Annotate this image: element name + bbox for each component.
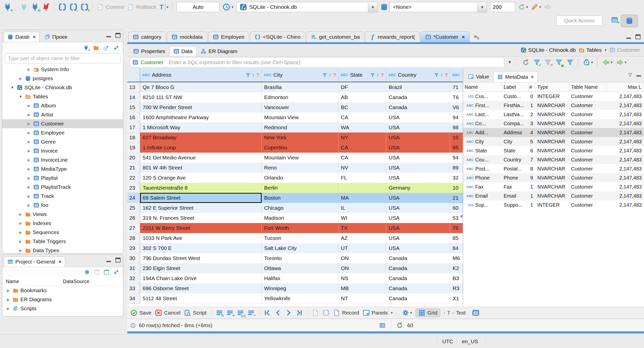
tree-item-genre[interactable]: ▶Genre: [2, 137, 123, 146]
grid-cell-address[interactable]: 8210 111 ST NW: [140, 92, 262, 102]
editor-tab-sqlite-chino[interactable]: <SQLite - Chino: [250, 31, 305, 42]
expand-arrow-icon[interactable]: ▶: [26, 158, 31, 162]
add-row-icon[interactable]: +: [226, 310, 233, 316]
grid-cell-country[interactable]: USA: [386, 243, 450, 253]
grid-cell-country[interactable]: Germany: [386, 183, 450, 193]
rollback-button[interactable]: Rollback: [127, 4, 156, 10]
dbeaver-perspective-button[interactable]: [621, 15, 638, 27]
meta-row-compa[interactable]: ABCCo...Compa...3NVARCHARCustomer2,147,4…: [463, 119, 644, 128]
grid-cell-address[interactable]: 5112 48 Street: [140, 293, 262, 303]
refresh-icon[interactable]: [396, 322, 403, 329]
minimize-icon[interactable]: [106, 36, 111, 37]
grid-cell-extra[interactable]: 84: [450, 243, 463, 253]
grid-cell-country[interactable]: USA: [386, 163, 450, 173]
grid-cell-address[interactable]: 194A Chain Lake Drive: [140, 273, 262, 283]
grid-cell-city[interactable]: Vancouver: [262, 102, 338, 112]
link-with-editor-icon[interactable]: [113, 45, 119, 50]
expand-arrow-icon[interactable]: ▶: [26, 203, 31, 207]
combo-dropdown-button[interactable]: ▼: [478, 2, 487, 12]
grid-cell-extra[interactable]: X1: [450, 293, 463, 303]
expand-arrow-icon[interactable]: ▶: [26, 185, 31, 189]
grid-cell-country[interactable]: USA: [386, 122, 450, 133]
grid-cell-city[interactable]: New York: [262, 133, 338, 143]
grid-cell-state[interactable]: NS: [338, 273, 386, 283]
grid-cell-extra[interactable]: 94: [450, 112, 463, 122]
expand-arrow-icon[interactable]: ▶: [18, 221, 23, 225]
row-number-cell[interactable]: 34: [127, 293, 140, 303]
grid-cell-country[interactable]: Canada: [386, 253, 450, 263]
delete-row-icon[interactable]: −: [248, 310, 255, 316]
breadcrumb-entity[interactable]: Customer: [610, 47, 640, 53]
link-with-editor-icon[interactable]: [113, 270, 119, 275]
grid-cell-city[interactable]: Brasília: [262, 82, 338, 92]
project-item-scripts[interactable]: ▶Scripts: [2, 304, 123, 313]
grid-cell-city[interactable]: Madison: [262, 213, 338, 223]
previous-record-icon[interactable]: [274, 310, 281, 316]
grid-cell-country[interactable]: USA: [386, 143, 450, 153]
sql-editor-button[interactable]: [58, 3, 66, 11]
grid-cell-city[interactable]: Reno: [262, 163, 338, 173]
open-perspective-button[interactable]: +: [609, 15, 620, 25]
meta-column-name[interactable]: Name: [463, 82, 502, 92]
tab-project-general[interactable]: Project - General ×: [4, 256, 65, 267]
commit-button[interactable]: Commit: [97, 4, 124, 10]
grid-cell-city[interactable]: Edmonton: [262, 92, 338, 102]
expand-arrow-icon[interactable]: ▶: [18, 212, 23, 216]
editor-tab-customer[interactable]: *Customer×: [421, 31, 470, 42]
remove-filter-icon[interactable]: ×: [544, 59, 551, 66]
first-record-icon[interactable]: [264, 310, 271, 316]
grid-view-button[interactable]: Grid: [416, 309, 440, 317]
expand-icon[interactable]: [104, 270, 109, 275]
grid-cell-extra[interactable]: V6: [450, 102, 463, 112]
rename-button[interactable]: ▾: [531, 4, 541, 10]
grid-cell-state[interactable]: CA: [338, 112, 386, 122]
editor-tab-employee[interactable]: Employee: [208, 31, 249, 42]
tree-item-customer[interactable]: ▶Customer: [2, 119, 123, 128]
tab-value[interactable]: Value: [464, 71, 493, 82]
grid-cell-city[interactable]: Salt Lake City: [262, 243, 338, 253]
fetch-size-input[interactable]: [490, 2, 515, 12]
duplicate-row-icon[interactable]: (+): [237, 310, 244, 316]
editor-tab-category[interactable]: category: [128, 31, 166, 42]
script-button[interactable]: Script: [184, 310, 207, 316]
auto-refresh-icon[interactable]: ▾: [583, 59, 593, 66]
maximize-icon[interactable]: [635, 34, 640, 39]
column-name[interactable]: Name: [6, 279, 61, 284]
meta-row-address[interactable]: ABCAdd...Address4NVARCHARCustomer2,147,4…: [463, 128, 644, 137]
meta-row-fax[interactable]: ABCFaxFax1NVARCHARCustomer2,147,483: [463, 182, 644, 191]
meta-row-postal[interactable]: ABCPost...Postal...8NVARCHARCustomer2,14…: [463, 164, 644, 173]
grid-cell-state[interactable]: FL: [338, 173, 386, 183]
collapse-icon[interactable]: [94, 270, 99, 275]
grid-cell-city[interactable]: Halifax: [262, 273, 338, 283]
fetch-next-icon[interactable]: ▾: [617, 59, 627, 66]
back-button[interactable]: [544, 4, 551, 10]
grid-cell-country[interactable]: USA: [386, 193, 450, 203]
grid-cell-extra[interactable]: R3: [450, 283, 463, 293]
grid-cell-address[interactable]: 696 Osborne Street: [140, 283, 262, 293]
object-filter-input[interactable]: [5, 53, 120, 63]
sort-icon[interactable]: ↕: [329, 72, 331, 78]
grid-cell-address[interactable]: 1 Infinite Loop: [140, 143, 262, 153]
grid-cell-state[interactable]: NV: [338, 163, 386, 173]
grid-cell-state[interactable]: MA: [338, 193, 386, 203]
meta-row-country[interactable]: ABCCou...Country7NVARCHARCustomer2,147,4…: [463, 155, 644, 164]
column-header-country[interactable]: ABCCountry↕?: [386, 68, 450, 82]
meta-row-city[interactable]: ABCCityCity5NVARCHARCustomer2,147,483: [463, 137, 644, 146]
timezone-indicator[interactable]: UTC: [442, 335, 453, 348]
grid-cell-address[interactable]: Tauentzienstraße 8: [140, 183, 262, 193]
meta-row-phone[interactable]: ABCPhonePhone9NVARCHARCustomer2,147,483: [463, 173, 644, 182]
filter-icon[interactable]: [370, 73, 375, 77]
grid-cell-extra[interactable]: 85: [450, 233, 463, 243]
grid-cell-address[interactable]: 230 Elgin Street: [140, 263, 262, 273]
tree-item-invoice[interactable]: ▶Invoice: [2, 146, 123, 155]
column-header-state[interactable]: ABCState↕?: [338, 68, 386, 82]
row-number-header[interactable]: [127, 68, 140, 82]
grid-cell-extra[interactable]: 89: [450, 163, 463, 173]
grid-cell-country[interactable]: USA: [386, 153, 450, 163]
row-number-cell[interactable]: 17: [127, 122, 140, 133]
row-number-cell[interactable]: 30: [127, 253, 140, 263]
row-number-cell[interactable]: 19: [127, 143, 140, 153]
grid-cell-state[interactable]: [338, 183, 386, 193]
grid-cell-city[interactable]: Winnipeg: [262, 283, 338, 293]
tree-item-foo[interactable]: ▶foo: [2, 201, 123, 210]
